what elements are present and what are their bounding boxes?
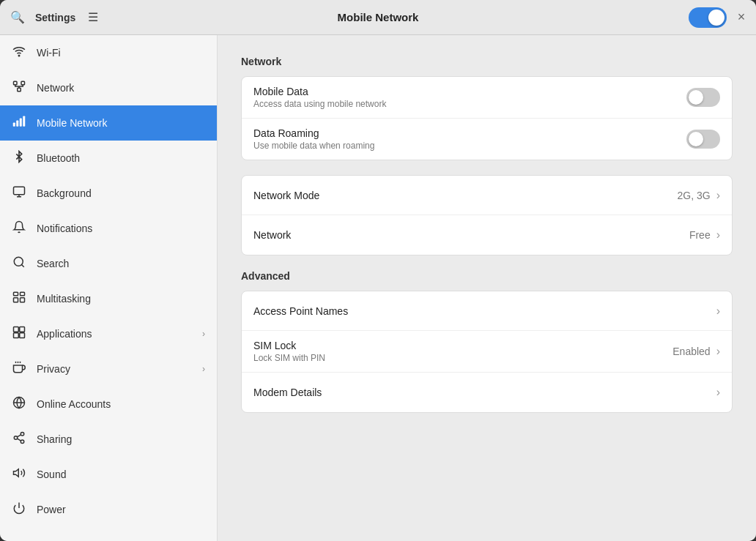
sim-lock-subtitle: Lock SIM with PIN [253,353,672,363]
sidebar-label-multitasking: Multitasking [37,293,205,305]
sidebar-label-online-accounts: Online Accounts [37,398,205,410]
multitasking-icon [12,291,26,307]
modem-details-row[interactable]: Modem Details › [242,373,732,412]
mobile-data-toggle-knob [689,90,703,105]
signal-icon [12,115,26,131]
svg-point-25 [21,440,24,444]
sidebar-item-search[interactable]: Search [0,246,217,281]
network-content: Network [253,229,689,241]
svg-rect-10 [14,292,18,296]
network-row[interactable]: Network Free › [242,215,732,255]
sidebar-item-privacy[interactable]: Privacy › [0,351,217,387]
data-roaming-subtitle: Use mobile data when roaming [253,141,686,151]
bell-icon [12,220,26,236]
sim-lock-row[interactable]: SIM Lock Lock SIM with PIN Enabled › [242,331,732,373]
svg-rect-13 [21,298,25,302]
content: Wi-Fi Network Mobile Network [0,35,756,541]
svg-rect-8 [14,187,25,195]
sidebar-label-notifications: Notifications [37,223,205,234]
app-title: Settings [35,12,75,23]
mobile-data-row[interactable]: Mobile Data Access data using mobile net… [242,77,732,119]
svg-point-24 [14,436,18,440]
close-icon: × [738,10,746,25]
svg-rect-11 [21,292,25,296]
network-mode-value: 2G, 3G [678,190,711,201]
network-mode-content: Network Mode [253,190,678,201]
bluetooth-icon [12,150,26,166]
mobile-data-content: Mobile Data Access data using mobile net… [253,86,686,109]
sidebar-label-background: Background [37,187,205,199]
close-button[interactable]: × [733,9,750,26]
sidebar-label-sound: Sound [37,469,205,480]
sidebar-item-network[interactable]: Network [0,70,217,105]
sidebar-item-power[interactable]: Power [0,492,217,527]
titlebar: 🔍 Settings ☰ Mobile Network × [0,0,756,35]
advanced-section-title: Advanced [241,270,733,282]
svg-rect-15 [20,327,25,332]
svg-rect-12 [14,298,18,302]
search-button[interactable]: 🔍 [6,6,29,29]
network-right: Free › [689,228,720,242]
svg-point-9 [14,257,23,266]
svg-rect-7 [23,116,25,127]
svg-rect-4 [13,123,15,127]
svg-marker-28 [14,469,19,477]
sidebar-item-multitasking[interactable]: Multitasking [0,281,217,316]
svg-rect-6 [20,119,22,127]
data-roaming-row[interactable]: Data Roaming Use mobile data when roamin… [242,119,732,160]
mobile-data-toggle[interactable] [686,88,720,107]
modem-details-title: Modem Details [253,387,716,398]
search-icon-sidebar [12,255,26,272]
menu-icon: ☰ [88,10,98,24]
network-icon [12,80,26,96]
access-point-names-title: Access Point Names [253,305,716,317]
svg-rect-14 [14,327,19,332]
sidebar-item-applications[interactable]: Applications › [0,316,217,351]
sim-lock-value: Enabled [672,346,710,357]
svg-rect-1 [14,81,18,85]
access-point-names-row[interactable]: Access Point Names › [242,291,732,331]
mobile-network-toggle[interactable] [689,7,727,28]
sidebar-item-online-accounts[interactable]: Online Accounts [0,387,217,422]
sidebar-item-bluetooth[interactable]: Bluetooth [0,141,217,176]
privacy-chevron: › [202,364,205,374]
access-point-names-chevron: › [716,305,720,318]
network-value: Free [689,229,711,241]
network-chevron: › [716,228,720,242]
data-roaming-content: Data Roaming Use mobile data when roamin… [253,127,686,151]
titlebar-right: × [530,7,750,28]
sidebar-label-network: Network [37,82,205,94]
mobile-data-title: Mobile Data [253,86,686,97]
svg-rect-16 [14,333,19,338]
svg-point-0 [18,55,20,56]
sidebar-item-background[interactable]: Background [0,176,217,211]
search-icon: 🔍 [10,10,25,24]
online-accounts-icon [12,396,26,412]
sidebar-item-sharing[interactable]: Sharing [0,422,217,457]
sidebar-item-notifications[interactable]: Notifications [0,211,217,246]
network-mode-row[interactable]: Network Mode 2G, 3G › [242,176,732,215]
sound-icon [12,466,26,482]
data-roaming-toggle[interactable] [686,130,720,149]
svg-line-26 [17,439,21,441]
network-section-title: Network [241,56,733,67]
sharing-icon [12,431,26,447]
toggle-knob [708,10,724,26]
svg-rect-17 [20,333,25,338]
sidebar-item-sound[interactable]: Sound [0,457,217,492]
data-roaming-title: Data Roaming [253,127,686,139]
sidebar-label-mobile-network: Mobile Network [37,117,205,129]
sidebar-label-search: Search [37,258,205,269]
main-content: Network Mobile Data Access data using mo… [218,35,756,541]
sidebar-label-power: Power [37,504,205,515]
sidebar-item-mobile-network[interactable]: Mobile Network [0,105,217,141]
wifi-icon [12,45,26,61]
sidebar-item-wifi[interactable]: Wi-Fi [0,35,217,70]
network-mode-right: 2G, 3G › [678,189,720,202]
window-title-text: Mobile Network [338,11,419,23]
menu-button[interactable]: ☰ [81,6,105,29]
sim-lock-chevron: › [716,345,720,358]
modem-details-right: › [716,386,720,399]
settings-window: 🔍 Settings ☰ Mobile Network × [0,0,756,541]
mode-card: Network Mode 2G, 3G › Network Free › [241,175,733,255]
